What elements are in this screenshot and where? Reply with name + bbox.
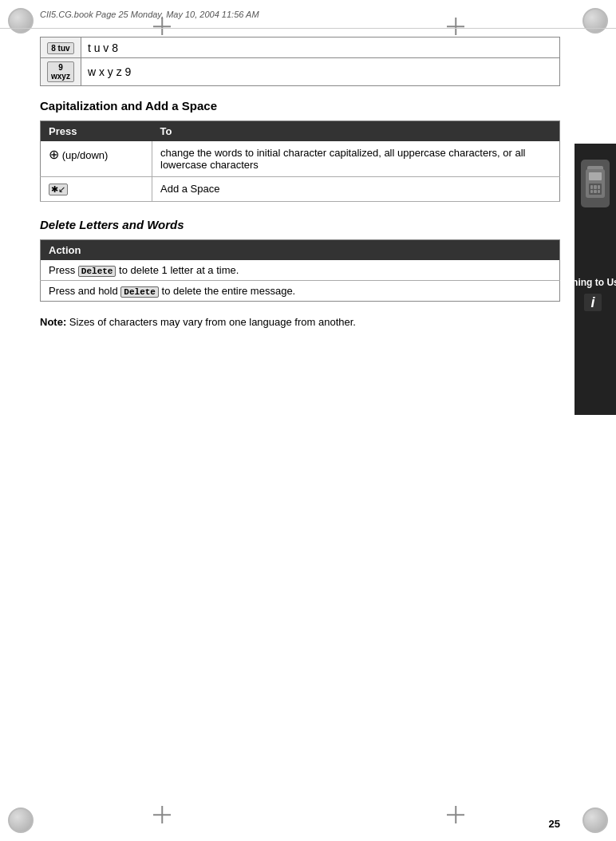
action-row-2: Press and hold Delete to delete the enti… — [41, 281, 560, 302]
action-header: Action — [41, 240, 560, 261]
to-cell-1: change the words to initial character ca… — [152, 141, 560, 177]
capitalization-heading: Capitalization and Add a Space — [40, 99, 560, 113]
press-cell-2: ✱↙ — [41, 177, 152, 202]
phone-illustration — [581, 160, 610, 207]
page-header: CII5.CG.book Page 25 Monday, May 10, 200… — [0, 0, 616, 29]
key-9: 9 wxyz — [41, 58, 81, 86]
action-row-1: Press Delete to delete 1 letter at a tim… — [41, 260, 560, 281]
action-table: Action Press Delete to delete 1 letter a… — [40, 239, 560, 302]
press-header: Press — [41, 121, 152, 142]
note: Note: Sizes of characters may vary from … — [40, 314, 560, 330]
press-to-table: Press To ⊕ (up/down) change the words to… — [40, 120, 560, 202]
delete-heading: Delete Letters and Words — [40, 218, 560, 231]
action-cell-2: Press and hold Delete to delete the enti… — [41, 281, 560, 302]
main-content: 8 tuv t u v 8 9 wxyz w x y z 9 Capitaliz… — [32, 29, 568, 809]
key-row-9: 9 wxyz w x y z 9 — [41, 58, 560, 86]
side-tab-icon: i — [584, 294, 602, 311]
press-to-header-row: Press To — [41, 121, 560, 142]
press-cell-1: ⊕ (up/down) — [41, 141, 152, 177]
key-chars-table: 8 tuv t u v 8 9 wxyz w x y z 9 — [40, 37, 560, 86]
to-cell-2: Add a Space — [152, 177, 560, 202]
delete-key-1: Delete — [78, 266, 116, 277]
action-header-row: Action — [41, 240, 560, 261]
press-row-2: ✱↙ Add a Space — [41, 177, 560, 202]
to-header: To — [152, 121, 560, 142]
key-row-8: 8 tuv t u v 8 — [41, 38, 560, 58]
corner-decoration-br — [582, 807, 608, 833]
action-cell-1: Press Delete to delete 1 letter at a tim… — [41, 260, 560, 281]
press-row-1: ⊕ (up/down) change the words to initial … — [41, 141, 560, 177]
delete-key-2: Delete — [120, 286, 159, 298]
star-key-icon: ✱↙ — [49, 184, 68, 195]
note-label: Note: — [40, 316, 66, 328]
corner-decoration-bl — [8, 807, 34, 833]
key-8-chars: t u v 8 — [81, 38, 559, 58]
key-9-chars: w x y z 9 — [81, 58, 559, 86]
side-tab: i — [575, 144, 616, 415]
up-down-label: (up/down) — [62, 149, 109, 161]
page-number: 25 — [549, 818, 560, 830]
key-8: 8 tuv — [41, 38, 81, 58]
note-text: Sizes of characters may vary from one la… — [66, 316, 356, 328]
nav-icon: ⊕ — [49, 148, 59, 161]
header-text: CII5.CG.book Page 25 Monday, May 10, 200… — [40, 10, 259, 19]
